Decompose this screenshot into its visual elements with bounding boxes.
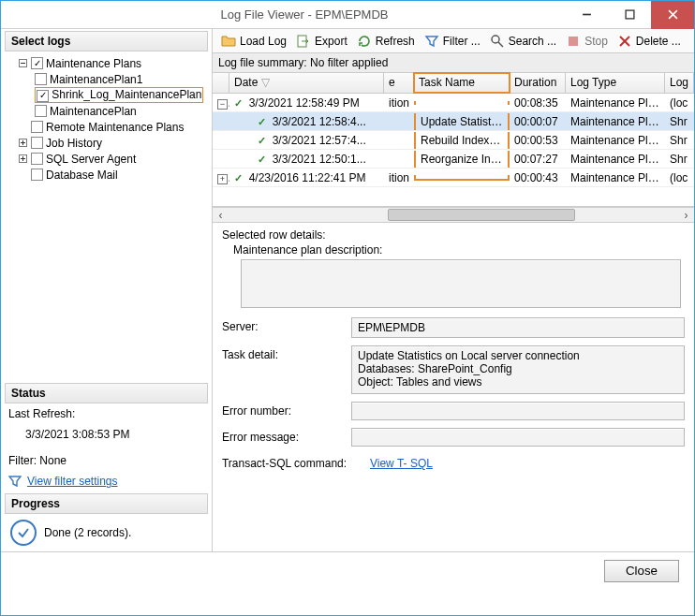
- close-dialog-button[interactable]: Close: [604, 560, 679, 582]
- scroll-thumb[interactable]: [388, 209, 575, 221]
- titlebar: Log File Viewer - EPM\EPMDB: [1, 1, 694, 29]
- svg-rect-15: [569, 37, 578, 46]
- details-header: Selected row details:: [222, 228, 685, 242]
- checkbox-shrink-log[interactable]: [37, 90, 49, 102]
- checkbox-sql-agent[interactable]: [31, 153, 43, 165]
- plan-desc-box: [241, 259, 681, 308]
- view-filter-settings-link[interactable]: View filter settings: [27, 475, 118, 488]
- table-row[interactable]: 3/3/2021 12:50:1...Reorganize Ind...00:0…: [213, 150, 694, 169]
- cell-task-name: [414, 101, 510, 105]
- cell-duration: 00:07:27: [510, 151, 566, 168]
- success-icon: [258, 134, 266, 147]
- horizontal-scrollbar[interactable]: ‹ ›: [213, 207, 694, 223]
- right-pane: Load Log Export Refresh Filter ... Searc…: [213, 29, 694, 551]
- stop-button[interactable]: Stop: [563, 33, 611, 50]
- scroll-left-icon[interactable]: ‹: [213, 207, 229, 223]
- toolbar: Load Log Export Refresh Filter ... Searc…: [213, 29, 694, 53]
- error-message-value: [351, 428, 685, 447]
- export-button[interactable]: Export: [293, 33, 350, 50]
- error-message-label: Error message:: [222, 428, 344, 444]
- folder-open-icon: [221, 34, 236, 49]
- cell-duration: 00:00:43: [510, 169, 566, 186]
- cell-log-type: Maintenance Plans: [566, 151, 665, 168]
- success-icon: [258, 115, 266, 128]
- tree-item-maintenance-plans[interactable]: Maintenance Plans: [46, 57, 141, 70]
- cell-task-name: Update Statisti...: [414, 113, 510, 130]
- export-icon: [296, 34, 311, 49]
- expand-row-icon[interactable]: +: [217, 174, 228, 184]
- delete-button[interactable]: Delete ...: [614, 33, 684, 50]
- tree-item-shrink-log[interactable]: Shrink_Log_MaintenancePlan: [52, 88, 201, 101]
- cell-log-source: (loc: [665, 169, 694, 186]
- select-logs-header: Select logs: [5, 31, 208, 51]
- log-summary: Log file summary: No filter applied: [213, 53, 694, 73]
- close-button[interactable]: [651, 1, 694, 29]
- col-duration[interactable]: Duration: [510, 73, 566, 93]
- filter-label: Filter: None: [8, 454, 204, 467]
- error-number-value: [351, 402, 685, 420]
- refresh-icon: [357, 34, 372, 49]
- col-date[interactable]: Date ▽: [229, 73, 384, 93]
- status-header: Status: [5, 383, 208, 403]
- tree-item-maintenance-plan1[interactable]: MaintenancePlan1: [50, 73, 142, 86]
- task-detail-value: Update Statistics on Local server connec…: [351, 345, 685, 394]
- table-row[interactable]: 3/3/2021 12:58:4...Update Statisti...00:…: [213, 112, 694, 131]
- search-icon: [490, 34, 505, 49]
- tree-item-maintenance-plan[interactable]: MaintenancePlan: [50, 105, 137, 118]
- filter-icon: [8, 475, 22, 488]
- checkbox-remote-plans[interactable]: [31, 121, 43, 133]
- delete-icon: [617, 34, 632, 49]
- minimize-button[interactable]: [565, 1, 608, 29]
- table-row[interactable]: − 3/3/2021 12:58:49 PMition00:08:35Maint…: [213, 94, 694, 112]
- scroll-right-icon[interactable]: ›: [678, 207, 694, 223]
- load-log-button[interactable]: Load Log: [218, 33, 289, 50]
- cell-task-name: [414, 175, 510, 181]
- checkbox-job-history[interactable]: [31, 137, 43, 149]
- tsql-label: Transact-SQL command:: [222, 454, 362, 470]
- bottom-bar: Close: [1, 551, 694, 589]
- left-pane: Select logs Maintenance Plans Maintenanc…: [1, 29, 213, 551]
- col-task-name[interactable]: Task Name: [414, 73, 510, 93]
- cell-duration: 00:08:35: [510, 95, 566, 111]
- expand-icon[interactable]: [18, 154, 28, 164]
- table-row[interactable]: 3/3/2021 12:57:4...Rebuild Index (...00:…: [213, 131, 694, 150]
- cell-duration: 00:00:53: [510, 132, 566, 149]
- checkbox-maintenance-plans[interactable]: [31, 57, 43, 69]
- progress-done-icon: [10, 520, 37, 546]
- cell-task-name: Rebuild Index (...: [414, 132, 510, 149]
- cell-task-name: Reorganize Ind...: [414, 151, 510, 168]
- checkbox-maintenance-plan1[interactable]: [35, 73, 47, 85]
- tree-item-db-mail[interactable]: Database Mail: [46, 169, 118, 182]
- filter-icon: [424, 34, 439, 49]
- tree-item-sql-agent[interactable]: SQL Server Agent: [46, 153, 136, 166]
- view-tsql-link[interactable]: View T- SQL: [370, 457, 433, 470]
- collapse-row-icon[interactable]: −: [217, 99, 228, 110]
- svg-rect-1: [626, 10, 634, 19]
- log-grid[interactable]: Date ▽ e Task Name Duration Log Type Log…: [213, 73, 694, 207]
- checkbox-db-mail[interactable]: [31, 169, 43, 181]
- server-value: EPM\EPMDB: [351, 317, 685, 338]
- server-label: Server:: [222, 317, 344, 333]
- refresh-button[interactable]: Refresh: [354, 33, 418, 50]
- maximize-button[interactable]: [608, 1, 651, 29]
- success-icon: [234, 171, 243, 184]
- success-icon: [258, 153, 266, 166]
- tree-item-remote-plans[interactable]: Remote Maintenance Plans: [46, 121, 184, 134]
- col-log-source[interactable]: Log: [665, 73, 694, 93]
- filter-button[interactable]: Filter ...: [421, 33, 483, 50]
- col-log-type[interactable]: Log Type: [566, 73, 665, 93]
- expand-icon[interactable]: [18, 138, 28, 148]
- search-button[interactable]: Search ...: [487, 33, 559, 50]
- collapse-icon[interactable]: [18, 58, 28, 68]
- tree-item-job-history[interactable]: Job History: [46, 137, 102, 150]
- cell-log-type: Maintenance Plans: [566, 132, 665, 149]
- plan-desc-label: Maintenance plan description:: [222, 243, 685, 257]
- progress-header: Progress: [5, 493, 208, 514]
- col-partial[interactable]: e: [384, 73, 414, 93]
- task-detail-label: Task detail:: [222, 345, 344, 361]
- svg-point-13: [492, 36, 499, 43]
- svg-line-14: [498, 42, 503, 47]
- table-row[interactable]: + 4/23/2016 11:22:41 PMition00:00:43Main…: [213, 169, 694, 187]
- logs-tree[interactable]: Maintenance Plans MaintenancePlan1 Shrin…: [5, 53, 208, 383]
- checkbox-maintenance-plan[interactable]: [35, 105, 47, 117]
